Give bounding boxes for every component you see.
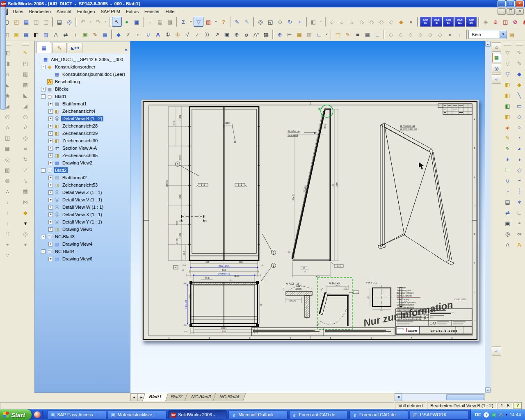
filter-sketch-icon[interactable]: ✎ [502,132,513,143]
tree-expand-toggle[interactable] [48,212,53,217]
tree-expand-toggle[interactable] [48,124,53,128]
tree-item-blattformat1[interactable]: Blattformat1 [35,100,130,107]
redo-dropdown-icon[interactable]: ▾ [103,17,108,27]
surface-finish-icon[interactable]: √ [183,30,192,39]
gear-dropdown-icon[interactable]: ▾ [20,239,31,250]
note-block-icon[interactable]: ▣ [11,30,21,39]
model-items-icon[interactable]: ∪ [143,30,153,39]
tree-item-detail-view-z[interactable]: Detail View Z (1 : 1) [35,189,130,196]
zoom-selection-icon[interactable]: ◎ [502,228,513,239]
std-view-1-icon[interactable]: ◇ [386,30,396,39]
pan-icon[interactable]: + [295,17,305,27]
select-icon[interactable]: ↖ [112,17,122,27]
vertical-scrollbar[interactable]: ▲ ▼ [485,41,491,393]
undo-dropdown-icon[interactable]: ▾ [88,17,93,27]
minimize-button[interactable]: _ [498,0,506,7]
gear-icon[interactable]: ◎ [20,228,31,239]
circular-pattern-icon[interactable]: ◎ [2,154,13,164]
sap-st-button[interactable]: SAPSt [420,17,431,27]
tab-propertymanager[interactable]: ✎ [52,43,67,53]
sketch-tool-icon[interactable]: ✎ [514,47,525,58]
datum-feature-icon[interactable]: ⟩⟩ [202,30,212,39]
sketch-3d-icon[interactable]: ✎ [242,17,252,27]
bom-icon[interactable]: ▩ [165,17,175,27]
insert-picture-icon[interactable]: ▣ [80,30,90,39]
stack-icon[interactable]: ≡ [20,143,31,154]
format-painter-icon[interactable]: ✎ [343,30,353,39]
child-restore-button[interactable]: ❐ [507,8,515,15]
view-side[interactable]: B Sichtfläche view area 1637 1659 (1904.… [288,105,343,278]
tree-item-drawing-view4[interactable]: Drawing View4 [35,240,130,248]
quick-launch-icon[interactable] [34,411,41,418]
measure-dropdown-icon[interactable]: ▾ [188,17,194,27]
collapse-step-icon[interactable]: ↘ [20,175,31,186]
std-view-2-icon[interactable]: ◇ [396,30,406,39]
block-icon[interactable]: ▣ [222,30,232,39]
spline-tool-icon[interactable]: ~ [514,175,525,186]
balloon-stack-icon[interactable]: ▦ [21,30,31,39]
tree-expand-toggle[interactable] [41,87,46,91]
edit-color-icon[interactable]: ▨ [203,17,213,27]
cad-sn-button[interactable]: CADSn [443,17,454,27]
tree-item-bloecke[interactable]: Blöcke [35,85,130,93]
linear-pattern-icon[interactable]: ▦ [2,143,13,154]
no-insert-icon[interactable]: ✗ [123,30,133,39]
home-icon[interactable]: ⌂ [492,42,501,52]
dual-dimension-icon[interactable]: » [133,30,143,39]
hole-callout-icon[interactable]: ⌀ [242,30,251,39]
axis-dropdown-icon[interactable]: ▾ [324,30,329,39]
task-solidworks[interactable]: SolidWorks 2006 -... [168,410,227,420]
task-foren-cad-2[interactable]: Foren auf CAD.de... [349,410,408,420]
std-view-3-icon[interactable]: ◇ [406,30,415,39]
parallelogram-tool-icon[interactable]: ◇ [514,111,525,122]
tree-expand-toggle[interactable] [48,176,53,180]
shaded-icon[interactable]: ● [406,17,416,27]
hole-wizard-icon[interactable]: ◎ [2,111,13,122]
auto-dim-icon[interactable]: ◆ [514,79,525,90]
filter-dimension-icon[interactable]: ⊢ [502,164,513,175]
rib-icon[interactable]: ▩ [2,164,13,175]
display-settings-icon[interactable]: ▣ [132,17,142,27]
task-foren-cad-1[interactable]: Foren auf CAD.de... [289,410,348,420]
filter-arc-icon[interactable]: ◔ [502,186,513,196]
view-back-icon[interactable]: ◇ [337,17,347,27]
print-preview-icon[interactable]: ◎ [64,17,74,27]
tree-expand-toggle[interactable] [41,94,46,99]
datum-target-icon[interactable]: ⊕ [275,30,285,39]
close-button[interactable]: ✕ [516,0,524,7]
menu-bearbeiten[interactable]: Bearbeiten [26,8,54,15]
view-right-icon[interactable]: ◇ [357,17,367,27]
quick-print-icon[interactable]: ▤ [502,196,513,207]
collab-icon[interactable]: ◉ [520,17,525,27]
collapse-left-icon[interactable]: « [492,74,501,84]
task-outlook[interactable]: Microsoft Outlook... [228,410,287,420]
layer-properties-icon[interactable]: ▤ [507,30,517,39]
auto-balloon-icon[interactable]: ① [173,30,183,39]
tree-expand-toggle[interactable] [48,242,53,247]
tree-item-drawing-view2[interactable]: Drawing View2 [35,159,130,167]
view-orientation-icon[interactable]: ◧ [308,17,318,27]
menu-einfuegen[interactable]: Einfügen [74,8,98,15]
angle-note-icon[interactable]: A° [251,30,261,39]
status-help-icon[interactable]: ? [514,402,522,409]
task-materialstueckliste[interactable]: Materialstückliste ... [108,410,167,420]
user-blocked-icon[interactable]: ⊘ [510,17,520,27]
tree-item-detail-view-w[interactable]: Detail View W (1 : 1) [35,203,130,211]
scroll-down-icon[interactable]: ▼ [485,387,491,393]
tree-expand-toggle[interactable] [48,116,53,121]
sheet-tab-blatt1[interactable]: Blatt1 [142,393,168,401]
start-button[interactable]: Start [0,409,32,420]
swap-icon[interactable]: ⇄ [502,207,513,218]
tree-expand-toggle[interactable] [48,220,53,224]
toolbar-grip[interactable] [504,43,511,46]
trim-tool-icon[interactable]: ± [514,218,525,228]
tree-expand-toggle[interactable] [48,190,53,195]
save-icon[interactable]: ▦ [21,17,31,27]
tree-expand-toggle[interactable] [48,205,53,210]
note-icon[interactable]: A [153,30,163,39]
filter-edge-icon[interactable]: ▽ [502,68,513,79]
weld-symbol-icon[interactable]: ∕ [192,30,202,39]
tree-expand-toggle[interactable] [41,65,46,69]
tree-item-section-view-aa[interactable]: Section View A-A [35,144,130,152]
triad-icon[interactable]: ∷ [2,228,13,239]
